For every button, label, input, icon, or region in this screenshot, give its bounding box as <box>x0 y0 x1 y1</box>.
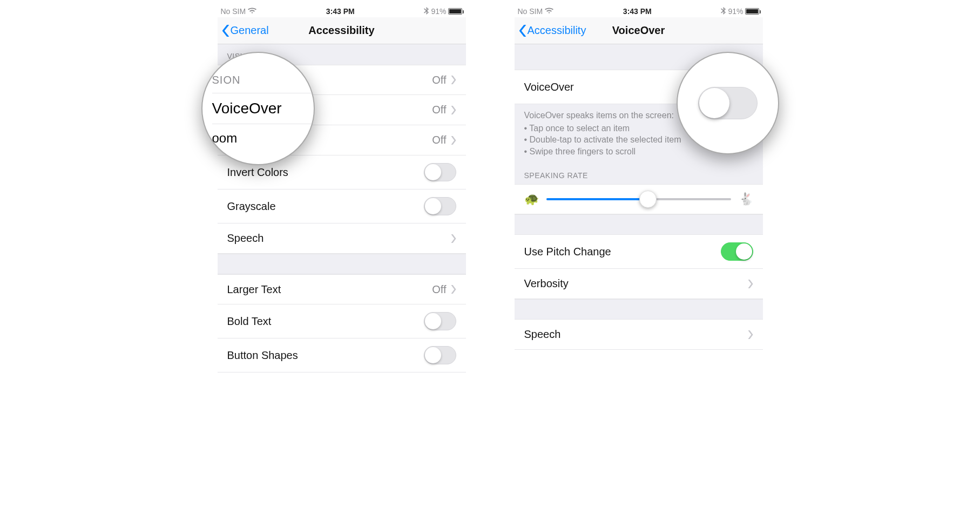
rabbit-icon: 🐇 <box>739 192 753 206</box>
text-list: Larger Text Off Bold Text Button Shapes <box>218 274 466 372</box>
row-speech[interactable]: Speech <box>515 320 763 350</box>
row-verbosity[interactable]: Verbosity <box>515 269 763 299</box>
chevron-right-icon <box>451 136 456 145</box>
clock: 3:43 PM <box>623 7 652 16</box>
wifi-icon <box>248 7 256 16</box>
row-grayscale: Grayscale <box>218 189 466 223</box>
toggle-use-pitch-change[interactable] <box>721 242 753 261</box>
chevron-right-icon <box>748 280 753 288</box>
back-label: Accessibility <box>528 24 586 37</box>
chevron-right-icon <box>451 285 456 294</box>
chevron-right-icon <box>748 330 753 339</box>
toggle-bold-text[interactable] <box>424 312 456 330</box>
carrier-label: No SIM <box>221 7 246 16</box>
row-use-pitch-change: Use Pitch Change <box>515 235 763 269</box>
section-gap <box>515 299 763 320</box>
back-button[interactable]: Accessibility <box>519 24 586 37</box>
battery-pct: 91% <box>431 7 446 16</box>
row-label: Verbosity <box>524 277 569 290</box>
chevron-right-icon <box>451 106 456 114</box>
mag-line2: VoiceOver <box>212 93 314 124</box>
battery-icon <box>448 8 462 15</box>
row-value: Off <box>432 104 446 116</box>
mag-line3: oom <box>212 124 314 146</box>
row-value: Off <box>432 74 446 86</box>
turtle-icon: 🐢 <box>524 192 539 206</box>
toggle-invert-colors[interactable] <box>424 163 456 181</box>
row-label: Invert Colors <box>227 166 288 179</box>
carrier-label: No SIM <box>518 7 543 16</box>
row-label: Use Pitch Change <box>524 246 611 258</box>
battery-pct: 91% <box>728 7 743 16</box>
row-speech[interactable]: Speech <box>218 223 466 254</box>
row-label: Speech <box>524 328 561 341</box>
magnified-toggle <box>698 87 758 119</box>
row-value: Off <box>432 283 446 296</box>
back-label: General <box>231 24 269 37</box>
toggle-button-shapes[interactable] <box>424 346 456 364</box>
row-label: VoiceOver <box>524 81 574 93</box>
chevron-right-icon <box>451 234 456 243</box>
bluetooth-icon <box>721 7 726 16</box>
row-button-shapes: Button Shapes <box>218 338 466 372</box>
chevron-right-icon <box>451 76 456 84</box>
callout-magnifier-toggle <box>677 52 779 154</box>
nav-bar: Accessibility VoiceOver <box>515 17 763 44</box>
speaking-rate-slider[interactable] <box>546 198 731 200</box>
page-title: VoiceOver <box>612 24 665 37</box>
status-bar: No SIM 3:43 PM 91% <box>218 5 466 17</box>
row-label: Bold Text <box>227 315 272 328</box>
section-header-speaking-rate: SPEAKING RATE <box>515 164 763 184</box>
row-label: Larger Text <box>227 283 281 296</box>
row-value: Off <box>432 134 446 146</box>
page-title: Accessibility <box>308 24 374 37</box>
row-label: Grayscale <box>227 200 276 213</box>
status-bar: No SIM 3:43 PM 91% <box>515 5 763 17</box>
clock: 3:43 PM <box>326 7 355 16</box>
battery-icon <box>745 8 759 15</box>
speaking-rate-slider-row: 🐢 🐇 <box>515 184 763 214</box>
section-gap <box>218 254 466 274</box>
mag-line1: SION <box>212 72 314 93</box>
wifi-icon <box>545 7 553 16</box>
callout-magnifier-voiceover: SION VoiceOver oom <box>201 52 315 165</box>
row-label: Button Shapes <box>227 349 298 362</box>
row-label: Speech <box>227 232 264 245</box>
phone-accessibility: No SIM 3:43 PM 91% General Accessibility… <box>218 5 466 510</box>
bluetooth-icon <box>424 7 429 16</box>
phone-voiceover: No SIM 3:43 PM 91% Accessibility VoiceOv… <box>515 5 763 510</box>
nav-bar: General Accessibility <box>218 17 466 44</box>
row-bold-text: Bold Text <box>218 304 466 338</box>
toggle-grayscale[interactable] <box>424 197 456 215</box>
section-gap <box>515 214 763 235</box>
back-button[interactable]: General <box>222 24 269 37</box>
row-larger-text[interactable]: Larger Text Off <box>218 274 466 304</box>
